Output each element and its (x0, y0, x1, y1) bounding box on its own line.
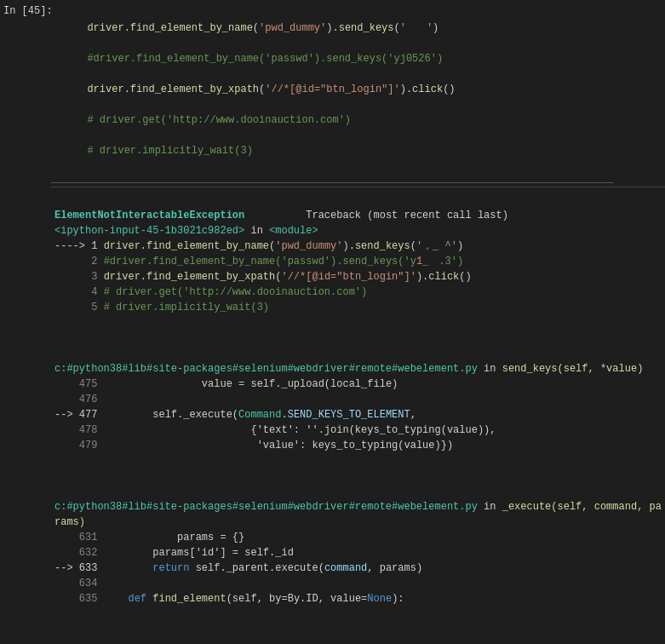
notebook-cell: In [45]: driver.find_element_by_name('pw… (0, 0, 665, 179)
output-divider (51, 182, 614, 183)
cell-content: driver.find_element_by_name('pwd_dummy')… (60, 3, 665, 175)
cell-label: In [45]: (0, 3, 60, 175)
output-area: ElementNotInteractableException Tracebac… (51, 187, 665, 644)
